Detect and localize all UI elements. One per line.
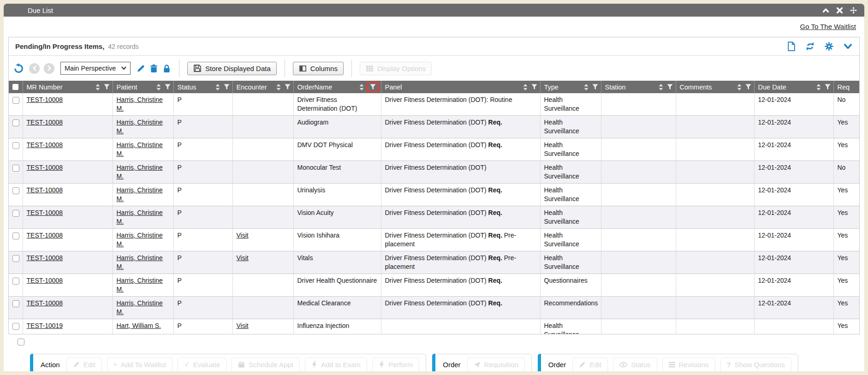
window-titlebar[interactable]: Due List bbox=[4, 4, 864, 17]
sort-icon[interactable] bbox=[523, 84, 528, 90]
row-checkbox[interactable] bbox=[12, 119, 19, 126]
station-cell bbox=[601, 161, 676, 184]
pencil-icon[interactable] bbox=[137, 64, 145, 73]
row-checkbox[interactable] bbox=[12, 142, 19, 149]
status-button[interactable]: Status bbox=[613, 357, 657, 372]
mr-number-link[interactable]: TEST-10008 bbox=[27, 164, 63, 171]
sort-icon[interactable] bbox=[156, 84, 161, 90]
patient-link[interactable]: Harris, Christine M. bbox=[117, 299, 163, 315]
row-checkbox[interactable] bbox=[18, 339, 24, 345]
mr-number-link[interactable]: TEST-10008 bbox=[27, 299, 63, 307]
show-questions-button[interactable]: ?Show Questions bbox=[720, 357, 791, 372]
collapse-icon[interactable] bbox=[822, 7, 829, 14]
visit-link[interactable]: Visit bbox=[237, 232, 249, 239]
mr-number-link[interactable]: TEST-10008 bbox=[27, 119, 63, 126]
panel-text: Driver Fitness Determination (DOT) bbox=[385, 232, 487, 239]
mr-number-link[interactable]: TEST-10008 bbox=[27, 232, 63, 239]
row-checkbox[interactable] bbox=[12, 255, 19, 262]
revisions-button[interactable]: Revisions bbox=[662, 357, 715, 372]
filter-funnel-icon[interactable] bbox=[104, 84, 110, 90]
filter-funnel-icon[interactable] bbox=[285, 84, 291, 90]
mr-number-link[interactable]: TEST-10008 bbox=[27, 141, 63, 149]
patient-link[interactable]: Harris, Christine M. bbox=[117, 119, 163, 135]
nav-back-button[interactable] bbox=[29, 63, 40, 74]
sort-icon[interactable] bbox=[584, 84, 589, 90]
filter-funnel-icon[interactable] bbox=[667, 84, 673, 90]
patient-link[interactable]: Hart, William S. bbox=[117, 322, 161, 329]
mr-number-link[interactable]: TEST-10019 bbox=[27, 322, 63, 329]
patient-link[interactable]: Harris, Christine M. bbox=[117, 277, 163, 293]
requisition-button[interactable]: Requisition bbox=[467, 357, 525, 372]
go-to-waitlist-link[interactable]: Go To The Waitlist bbox=[800, 23, 856, 30]
patient-link[interactable]: Harris, Christine M. bbox=[117, 96, 163, 112]
evaluate-button[interactable]: ✓Evaluate bbox=[178, 357, 226, 372]
filter-funnel-icon[interactable] bbox=[825, 84, 831, 90]
row-checkbox[interactable] bbox=[12, 97, 19, 104]
mr-number-link[interactable]: TEST-10008 bbox=[27, 277, 63, 284]
filter-funnel-icon[interactable] bbox=[224, 84, 230, 90]
select-all-checkbox[interactable] bbox=[12, 84, 18, 90]
filter-funnel-icon[interactable] bbox=[531, 84, 537, 90]
sort-icon[interactable] bbox=[359, 84, 364, 90]
sort-icon[interactable] bbox=[95, 84, 100, 90]
col-encounter: Encounter bbox=[232, 81, 293, 93]
row-checkbox[interactable] bbox=[12, 165, 19, 172]
filter-funnel-icon[interactable] bbox=[592, 84, 598, 90]
req-cell: No bbox=[833, 161, 859, 184]
filter-funnel-icon[interactable] bbox=[370, 84, 376, 90]
display-options-button[interactable]: Display Options bbox=[360, 62, 432, 75]
patient-link[interactable]: Harris, Christine M. bbox=[117, 141, 163, 157]
comments-cell bbox=[676, 93, 754, 116]
row-checkbox[interactable] bbox=[12, 278, 19, 285]
status-cell: P bbox=[173, 229, 232, 251]
filter-funnel-icon[interactable] bbox=[165, 84, 171, 90]
new-document-icon[interactable] bbox=[786, 42, 796, 51]
encounter-cell bbox=[232, 138, 293, 161]
paper-plane-icon bbox=[474, 361, 481, 368]
row-checkbox[interactable] bbox=[12, 187, 19, 194]
row-checkbox[interactable] bbox=[12, 300, 19, 307]
patient-link[interactable]: Harris, Christine M. bbox=[117, 232, 163, 248]
sort-icon[interactable] bbox=[276, 84, 281, 90]
move-icon[interactable] bbox=[850, 7, 857, 14]
perspective-select[interactable]: Main Perspective bbox=[60, 62, 131, 75]
encounter-cell bbox=[232, 93, 293, 116]
perform-button[interactable]: Perform bbox=[372, 357, 419, 372]
sort-icon[interactable] bbox=[737, 84, 742, 90]
columns-button[interactable]: Columns bbox=[293, 62, 344, 75]
nav-forward-button[interactable] bbox=[44, 63, 54, 74]
sort-icon[interactable] bbox=[816, 84, 821, 90]
schedule-appt-button[interactable]: Schedule Appt bbox=[232, 357, 300, 372]
order-name-cell: DMV DOT Physical bbox=[293, 138, 381, 161]
row-checkbox[interactable] bbox=[12, 232, 19, 239]
chevron-down-icon[interactable] bbox=[843, 42, 853, 51]
patient-link[interactable]: Harris, Christine M. bbox=[117, 209, 163, 225]
patient-link[interactable]: Harris, Christine M. bbox=[117, 254, 163, 270]
patient-link[interactable]: Harris, Christine M. bbox=[117, 164, 163, 180]
lock-icon[interactable] bbox=[162, 64, 171, 73]
filter-funnel-icon[interactable] bbox=[745, 84, 751, 90]
edit-button[interactable]: Edit bbox=[66, 357, 102, 372]
order-edit-button[interactable]: Edit bbox=[572, 357, 608, 372]
refresh-icon[interactable] bbox=[805, 42, 815, 51]
patient-link[interactable]: Harris, Christine M. bbox=[117, 186, 163, 202]
visit-link[interactable]: Visit bbox=[237, 322, 249, 329]
close-icon[interactable] bbox=[836, 7, 843, 14]
row-checkbox[interactable] bbox=[12, 323, 19, 330]
save-icon bbox=[193, 64, 202, 72]
mr-number-link[interactable]: TEST-10008 bbox=[27, 186, 63, 194]
sort-icon[interactable] bbox=[659, 84, 663, 90]
add-to-waitlist-button[interactable]: +Add To Waitlist bbox=[107, 357, 173, 372]
trash-icon[interactable] bbox=[149, 64, 158, 73]
mr-number-link[interactable]: TEST-10008 bbox=[27, 254, 63, 262]
row-checkbox[interactable] bbox=[12, 210, 19, 217]
due-list-window: Due List Go To The Waitlist Pending/In P… bbox=[4, 4, 864, 371]
mr-number-link[interactable]: TEST-10008 bbox=[27, 96, 63, 103]
visit-link[interactable]: Visit bbox=[237, 254, 249, 262]
sort-icon[interactable] bbox=[215, 84, 220, 90]
add-to-exam-button[interactable]: Add to Exam bbox=[305, 357, 367, 372]
undo-icon[interactable] bbox=[13, 63, 24, 74]
mr-number-link[interactable]: TEST-10008 bbox=[27, 209, 63, 216]
gear-icon[interactable] bbox=[824, 42, 834, 51]
store-displayed-data-button[interactable]: Store Displayed Data bbox=[187, 62, 277, 75]
